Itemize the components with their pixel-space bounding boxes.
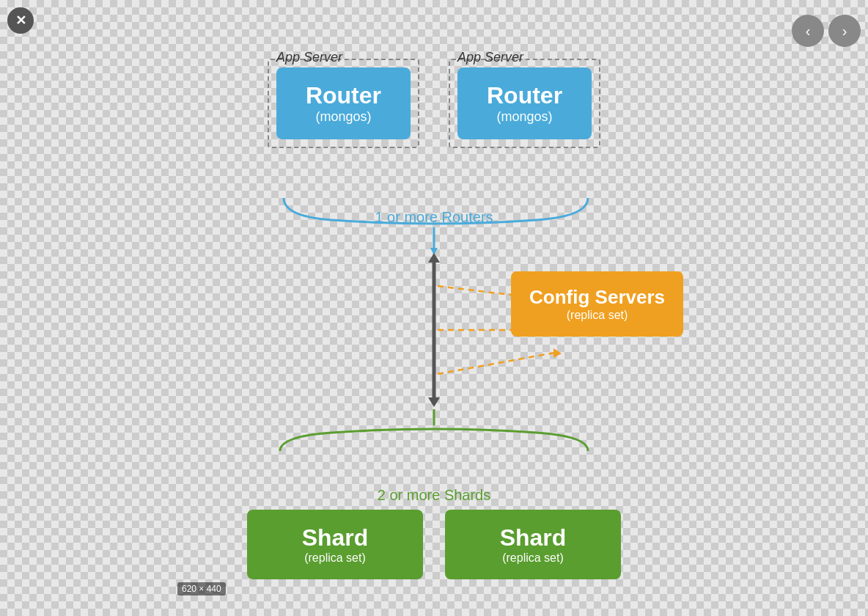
router-box-1: Router (mongos) — [276, 67, 411, 139]
svg-marker-0 — [430, 248, 438, 255]
close-icon: ✕ — [15, 12, 26, 29]
config-server-title: Config Servers — [529, 286, 665, 309]
config-server-sub: (replica set) — [529, 309, 665, 322]
shard-box-1: Shard (replica set) — [247, 510, 423, 579]
router-2-title: Router — [487, 82, 562, 109]
router-1-title: Router — [306, 82, 381, 109]
diagram-wrapper: App Server Router (mongos) App Server Ro… — [170, 15, 698, 601]
prev-button[interactable]: ‹ — [792, 15, 824, 47]
next-button[interactable]: › — [828, 15, 861, 47]
app-server-1-label: App Server — [276, 50, 342, 65]
svg-marker-3 — [428, 397, 440, 407]
prev-icon: ‹ — [806, 23, 811, 40]
svg-marker-9 — [553, 348, 562, 358]
shards-section: 2 or more Shards Shard (replica set) Sha… — [185, 487, 683, 579]
shard-2-sub: (replica set) — [474, 551, 592, 565]
shard-2-title: Shard — [474, 524, 592, 551]
close-button[interactable]: ✕ — [7, 7, 34, 34]
router-box-2: Router (mongos) — [457, 67, 592, 139]
app-server-2-label: App Server — [457, 50, 523, 65]
routers-label-container: 1 or more Routers — [170, 209, 698, 226]
shard-1-sub: (replica set) — [276, 551, 394, 565]
next-icon: › — [842, 23, 847, 40]
shards-row: Shard (replica set) Shard (replica set) — [185, 510, 683, 579]
app-server-1: App Server Router (mongos) — [268, 59, 419, 148]
shard-1-title: Shard — [276, 524, 394, 551]
app-servers-row: App Server Router (mongos) App Server Ro… — [185, 59, 683, 148]
main-container: ‹ › ✕ — [0, 0, 868, 616]
shard-box-2: Shard (replica set) — [445, 510, 621, 579]
shards-label: 2 or more Shards — [185, 487, 683, 504]
router-2-sub: (mongos) — [487, 109, 562, 125]
router-1-sub: (mongos) — [306, 109, 381, 125]
svg-marker-2 — [428, 253, 440, 263]
app-server-2: App Server Router (mongos) — [449, 59, 600, 148]
config-server-box: Config Servers (replica set) — [511, 271, 683, 337]
routers-label: 1 or more Routers — [375, 209, 493, 225]
size-indicator: 620 × 440 — [177, 582, 226, 595]
svg-line-8 — [438, 352, 559, 374]
